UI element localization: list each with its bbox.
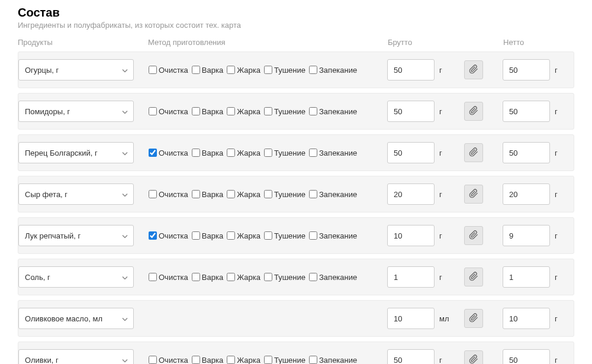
netto-input[interactable] [503,349,550,364]
method-checkbox[interactable] [227,66,235,74]
product-select[interactable]: Оливки, г [18,349,134,364]
product-select[interactable]: Лук репчатый, г [18,225,134,246]
method-checkbox[interactable] [309,273,317,281]
product-select[interactable]: Оливковое масло, мл [18,308,134,329]
brutto-input[interactable] [387,266,435,288]
product-select[interactable]: Сыр фета, г [18,183,134,205]
method-checkbox[interactable] [149,107,157,115]
method-checkbox[interactable] [309,66,317,74]
netto-input[interactable] [503,266,550,288]
attach-button[interactable] [464,350,483,364]
method-запекание[interactable]: Запекание [309,149,357,157]
method-checkbox[interactable] [264,66,272,74]
method-очистка[interactable]: Очистка [149,231,188,240]
product-select[interactable]: Соль, г [18,266,134,288]
netto-input[interactable] [503,101,550,122]
attach-button[interactable] [464,143,483,162]
method-запекание[interactable]: Запекание [309,356,357,365]
method-запекание[interactable]: Запекание [309,273,357,282]
method-checkbox[interactable] [227,273,235,281]
method-тушение[interactable]: Тушение [264,273,305,282]
method-checkbox[interactable] [149,356,157,364]
method-checkbox[interactable] [149,149,157,157]
method-тушение[interactable]: Тушение [264,149,305,157]
method-жарка[interactable]: Жарка [227,149,260,157]
method-запекание[interactable]: Запекание [309,231,357,240]
method-тушение[interactable]: Тушение [264,231,305,240]
method-checkbox[interactable] [192,107,200,115]
method-checkbox[interactable] [264,149,272,157]
method-жарка[interactable]: Жарка [227,190,260,199]
brutto-input[interactable] [387,142,435,163]
method-тушение[interactable]: Тушение [264,66,305,75]
method-checkbox[interactable] [227,190,235,198]
method-жарка[interactable]: Жарка [227,356,260,365]
brutto-input[interactable] [387,308,435,329]
method-варка[interactable]: Варка [192,66,223,75]
netto-input[interactable] [503,225,550,246]
method-жарка[interactable]: Жарка [227,273,260,282]
product-select[interactable]: Помидоры, г [18,101,134,122]
method-жарка[interactable]: Жарка [227,107,260,116]
attach-button[interactable] [464,185,483,204]
product-select[interactable]: Огурцы, г [18,59,134,80]
method-очистка[interactable]: Очистка [149,273,188,282]
method-очистка[interactable]: Очистка [149,107,188,116]
method-checkbox[interactable] [192,273,200,281]
method-очистка[interactable]: Очистка [149,356,188,365]
method-варка[interactable]: Варка [192,190,223,199]
method-тушение[interactable]: Тушение [264,356,305,365]
attach-button[interactable] [464,309,483,328]
method-checkbox[interactable] [227,356,235,364]
method-checkbox[interactable] [192,149,200,157]
method-варка[interactable]: Варка [192,149,223,157]
method-варка[interactable]: Варка [192,231,223,240]
method-checkbox[interactable] [192,356,200,364]
method-тушение[interactable]: Тушение [264,107,305,116]
method-варка[interactable]: Варка [192,356,223,365]
method-checkbox[interactable] [149,66,157,74]
method-checkbox[interactable] [264,231,272,240]
method-checkbox[interactable] [309,149,317,157]
method-запекание[interactable]: Запекание [309,66,357,75]
method-очистка[interactable]: Очистка [149,149,188,157]
method-checkbox[interactable] [192,66,200,74]
method-жарка[interactable]: Жарка [227,66,260,75]
method-checkbox[interactable] [192,190,200,198]
method-checkbox[interactable] [309,190,317,198]
method-checkbox[interactable] [227,107,235,115]
brutto-input[interactable] [387,225,435,246]
brutto-input[interactable] [387,101,435,122]
method-checkbox[interactable] [227,231,235,240]
method-checkbox[interactable] [192,231,200,240]
method-checkbox[interactable] [227,149,235,157]
method-checkbox[interactable] [309,356,317,364]
brutto-input[interactable] [387,349,435,364]
netto-input[interactable] [503,183,550,205]
brutto-input[interactable] [387,59,435,80]
method-checkbox[interactable] [149,231,157,240]
method-checkbox[interactable] [264,273,272,281]
method-запекание[interactable]: Запекание [309,107,357,116]
method-checkbox[interactable] [264,107,272,115]
method-checkbox[interactable] [309,107,317,115]
method-запекание[interactable]: Запекание [309,190,357,199]
method-жарка[interactable]: Жарка [227,231,260,240]
method-тушение[interactable]: Тушение [264,190,305,199]
brutto-input[interactable] [387,183,435,205]
method-checkbox[interactable] [149,190,157,198]
method-очистка[interactable]: Очистка [149,66,188,75]
attach-button[interactable] [464,268,483,286]
method-варка[interactable]: Варка [192,273,223,282]
method-checkbox[interactable] [309,231,317,240]
netto-input[interactable] [503,142,550,163]
attach-button[interactable] [464,226,483,245]
method-checkbox[interactable] [149,273,157,281]
product-select[interactable]: Перец Болгарский, г [18,142,134,163]
attach-button[interactable] [464,102,483,121]
method-очистка[interactable]: Очистка [149,190,188,199]
netto-input[interactable] [503,59,550,80]
netto-input[interactable] [503,308,550,329]
method-checkbox[interactable] [264,356,272,364]
method-варка[interactable]: Варка [192,107,223,116]
